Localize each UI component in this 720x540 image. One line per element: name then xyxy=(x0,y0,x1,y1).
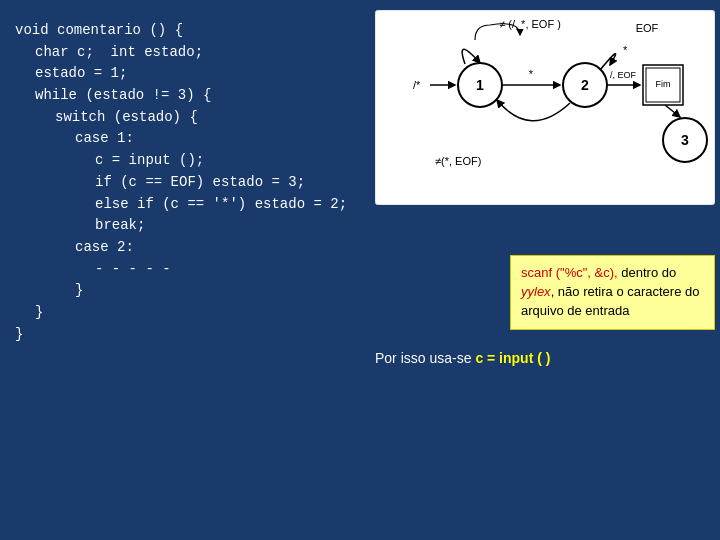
code-line-8: else if (c == '*') estado = 2; xyxy=(15,194,360,216)
svg-text:1: 1 xyxy=(476,77,484,93)
code-line-12: } xyxy=(15,280,171,302)
code-line-13: } xyxy=(15,302,171,324)
right-panel: ≠ (/, *, EOF ) EOF 1 2 Fim 3 xyxy=(370,0,720,540)
code-line-5: case 1: xyxy=(15,128,360,150)
svg-text:*: * xyxy=(529,68,534,80)
bottom-highlight: c = input ( ) xyxy=(475,350,550,366)
tooltip-yylex: yylex xyxy=(521,284,551,299)
bottom-text: Por isso usa-se c = input ( ) xyxy=(375,350,710,366)
svg-text:≠(*, EOF): ≠(*, EOF) xyxy=(435,155,481,167)
svg-text:3: 3 xyxy=(681,132,689,148)
svg-text:2: 2 xyxy=(581,77,589,93)
code-line-9: break; xyxy=(15,215,360,237)
main-container: void comentario () { char c; int estado;… xyxy=(0,0,720,540)
code-line-0: void comentario () { xyxy=(15,20,360,42)
code-line-11: - - - - - xyxy=(15,259,171,281)
code-line-10: case 2: xyxy=(15,237,171,259)
code-line-6: c = input (); xyxy=(15,150,360,172)
state-diagram: ≠ (/, *, EOF ) EOF 1 2 Fim 3 xyxy=(375,10,715,205)
code-line-3: while (estado != 3) { xyxy=(15,85,360,107)
bottom-prefix: Por isso usa-se xyxy=(375,350,475,366)
code-line-2: estado = 1; xyxy=(15,63,360,85)
tooltip-box: scanf ("%c", &c), dentro do yylex, não r… xyxy=(510,255,715,330)
svg-text:/, EOF: /, EOF xyxy=(610,70,637,80)
svg-text:/*: /* xyxy=(413,79,421,91)
svg-rect-0 xyxy=(375,10,715,205)
code-panel: void comentario () { char c; int estado;… xyxy=(0,0,370,540)
svg-text:EOF: EOF xyxy=(636,22,659,34)
tooltip-text1: dentro do xyxy=(618,265,677,280)
code-line-7: if (c == EOF) estado = 3; xyxy=(15,172,360,194)
svg-text:Fim: Fim xyxy=(656,79,671,89)
code-line-14: } xyxy=(15,324,171,346)
code-line-4: switch (estado) { xyxy=(15,107,360,129)
tooltip-scanf: scanf ("%c", &c), xyxy=(521,265,618,280)
diagram-area: ≠ (/, *, EOF ) EOF 1 2 Fim 3 xyxy=(375,10,710,230)
code-line-1: char c; int estado; xyxy=(15,42,360,64)
svg-text:*: * xyxy=(623,44,628,56)
